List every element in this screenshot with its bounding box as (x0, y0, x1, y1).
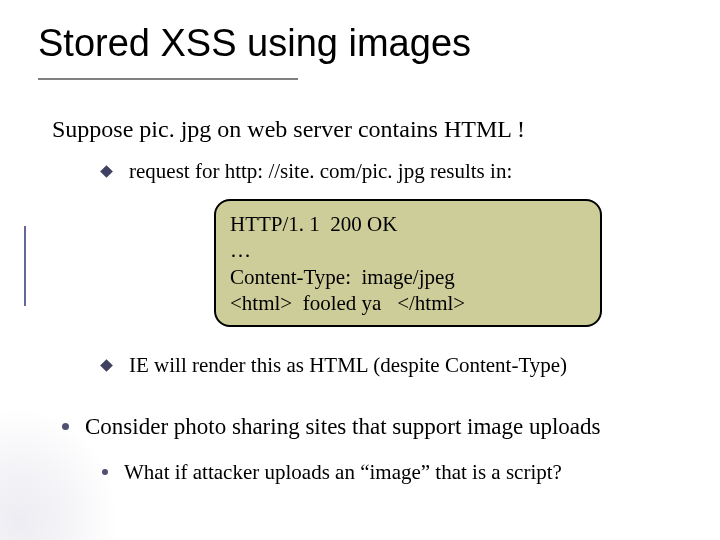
bullet-diamond-icon (100, 359, 113, 372)
request-post: results in: (425, 159, 513, 183)
title-underline (38, 78, 298, 80)
bullet-diamond-icon (100, 165, 113, 178)
accent-bar (24, 226, 26, 306)
ie-post: (despite Content-Type) (373, 353, 567, 377)
code-line-5: <html> fooled ya </html> (230, 290, 586, 316)
code-line-1: HTTP/1. 1 200 OK (230, 211, 586, 237)
suppose-post: on web server contains HTML ! (211, 116, 525, 142)
bullet-disc-icon (102, 469, 108, 475)
line-ie: IE will render this as HTML (despite Con… (102, 353, 567, 378)
line-consider: Consider photo sharing sites that suppor… (62, 414, 601, 440)
slide: Stored XSS using images Suppose pic. jpg… (0, 0, 720, 540)
suppose-file: pic. jpg (139, 116, 211, 142)
request-pre: request for (129, 159, 225, 183)
line-whatif: What if attacker uploads an “image” that… (102, 460, 562, 485)
bullet-disc-icon (62, 423, 69, 430)
ie-pre: IE will render this as HTML (129, 353, 373, 377)
code-line-2: … (230, 237, 586, 263)
http-response-box: HTTP/1. 1 200 OK … Content-Type: image/j… (214, 199, 602, 327)
code-line-3: Content-Type: image/jpeg (230, 264, 586, 290)
consider-text: Consider photo sharing sites that suppor… (85, 414, 601, 439)
slide-title: Stored XSS using images (38, 22, 471, 65)
line-request: request for http: //site. com/pic. jpg r… (102, 159, 512, 184)
line-suppose: Suppose pic. jpg on web server contains … (52, 116, 525, 143)
suppose-pre: Suppose (52, 116, 139, 142)
request-url: http: //site. com/pic. jpg (225, 159, 425, 183)
whatif-text: What if attacker uploads an “image” that… (124, 460, 562, 484)
